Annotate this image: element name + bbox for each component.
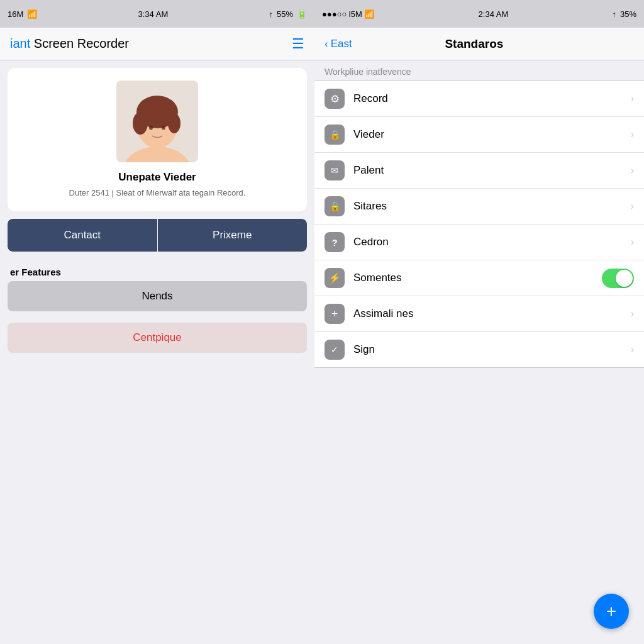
sitares-label: Sitares: [353, 200, 631, 213]
menu-icon[interactable]: ☰: [292, 36, 304, 52]
settings-row-sign[interactable]: ✓ Sign ›: [314, 332, 644, 367]
palent-label: Palent: [353, 164, 631, 177]
somentes-icon: ⚡: [325, 268, 345, 288]
settings-row-assimali[interactable]: + Assimali nes ›: [314, 296, 644, 332]
section-header-right: Workpliue inatfevence: [314, 60, 644, 80]
record-label: Record: [353, 92, 631, 105]
battery-left: 55%: [277, 9, 293, 19]
sign-label: Sign: [353, 343, 631, 356]
assimali-icon: +: [325, 304, 345, 324]
centpique-button[interactable]: Centpique: [8, 323, 307, 353]
status-right-left: ↑ 55% 🔋: [269, 9, 307, 19]
nav-bar-left: iant Screen Recorder ☰: [0, 28, 314, 60]
record-icon: ⚙: [325, 89, 345, 109]
sign-icon: ✓: [325, 340, 345, 360]
location-icon-right: ↑: [612, 9, 616, 19]
profile-name: Unepate Vieder: [118, 171, 196, 184]
nav-bar-right: ‹ East Standaros: [314, 28, 644, 60]
chevron-icon-vieder: ›: [631, 129, 634, 140]
wifi-icon-right: 📶: [364, 9, 374, 19]
location-icon-left: ↑: [269, 9, 273, 19]
settings-row-palent[interactable]: ✉ Palent ›: [314, 153, 644, 189]
chevron-icon-record: ›: [631, 93, 634, 104]
settings-row-cedron[interactable]: ? Cedron ›: [314, 225, 644, 260]
nends-button[interactable]: Nends: [8, 281, 307, 311]
vieder-label: Vieder: [353, 128, 631, 141]
somentes-toggle[interactable]: [602, 269, 634, 288]
time-left: 3:34 AM: [138, 9, 169, 19]
toggle-thumb: [616, 270, 633, 287]
features-section-header: er Features: [0, 259, 314, 281]
avatar-svg: [116, 80, 198, 162]
carrier-left: 16M: [8, 9, 23, 19]
status-bar-right: ●●●○○ l5M 📶 2:34 AM ↑ 35%: [314, 0, 644, 28]
chevron-icon-sitares: ›: [631, 201, 634, 212]
settings-row-somentes[interactable]: ⚡ Somentes: [314, 260, 644, 296]
profile-desc: Duter 2541 | Sleat of Mierwalf ata tegai…: [69, 187, 246, 199]
avatar: [116, 80, 198, 162]
back-button[interactable]: ‹ East: [325, 38, 352, 50]
status-right-right: ↑ 35%: [612, 9, 636, 19]
right-nav-title: Standaros: [358, 37, 590, 51]
battery-icon-left: 🔋: [297, 9, 307, 19]
sitares-icon: 🔒: [325, 196, 345, 216]
chevron-icon-cedron: ›: [631, 236, 634, 248]
chevron-icon-sign: ›: [631, 344, 634, 355]
status-left-info: 16M 📶: [8, 9, 37, 19]
status-bar-left: 16M 📶 3:34 AM ↑ 55% 🔋: [0, 0, 314, 28]
svg-point-6: [149, 126, 153, 130]
preview-button[interactable]: Prixeme: [158, 219, 308, 252]
app-title: iant Screen Recorder: [10, 36, 129, 51]
back-label: East: [331, 38, 352, 50]
status-left-right: ●●●○○ l5M 📶: [322, 9, 374, 19]
time-right: 2:34 AM: [479, 9, 509, 19]
vieder-icon: 🔒: [325, 125, 345, 145]
settings-group: ⚙ Record › 🔒 Vieder › ✉ Palent › 🔒 Sitar…: [314, 80, 644, 368]
wifi-icon-left: 📶: [27, 9, 37, 19]
profile-card: Unepate Vieder Duter 2541 | Sleat of Mie…: [8, 68, 307, 211]
fab-button[interactable]: +: [594, 594, 629, 629]
carrier-right: ●●●○○ l5M: [322, 9, 362, 19]
battery-right: 35%: [620, 9, 636, 19]
chevron-icon-palent: ›: [631, 165, 634, 176]
chevron-icon-assimali: ›: [631, 308, 634, 319]
right-panel: ●●●○○ l5M 📶 2:34 AM ↑ 35% ‹ East Standar…: [314, 0, 644, 644]
back-chevron-icon: ‹: [325, 38, 328, 50]
right-content: Workpliue inatfevence ⚙ Record › 🔒 Viede…: [314, 60, 644, 644]
palent-icon: ✉: [325, 160, 345, 180]
somentes-label: Somentes: [353, 272, 602, 284]
contact-button[interactable]: Cantact: [8, 219, 157, 252]
settings-row-vieder[interactable]: 🔒 Vieder ›: [314, 117, 644, 153]
svg-point-7: [162, 126, 165, 130]
cedron-label: Cedron: [353, 236, 631, 248]
settings-row-record[interactable]: ⚙ Record ›: [314, 81, 644, 117]
cedron-icon: ?: [325, 232, 345, 252]
action-buttons: Cantact Prixeme: [8, 219, 307, 252]
settings-row-sitares[interactable]: 🔒 Sitares ›: [314, 189, 644, 225]
left-panel: 16M 📶 3:34 AM ↑ 55% 🔋 iant Screen Record…: [0, 0, 314, 644]
assimali-label: Assimali nes: [353, 308, 631, 320]
